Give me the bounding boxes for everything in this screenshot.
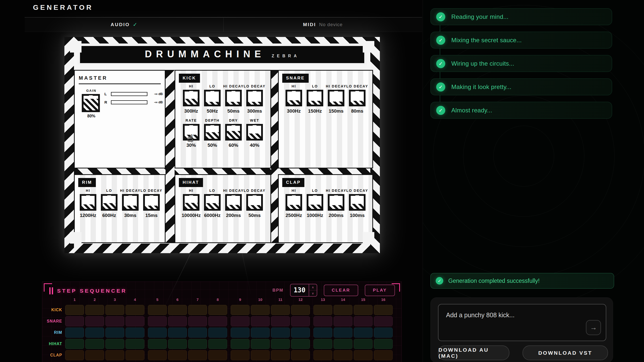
step-cell[interactable]	[251, 316, 270, 326]
step-cell[interactable]	[65, 305, 84, 315]
step-cell[interactable]	[148, 328, 167, 338]
step-cell[interactable]	[231, 305, 250, 315]
knob-control[interactable]	[204, 124, 221, 141]
step-cell[interactable]	[374, 305, 393, 315]
bpm-down-icon[interactable]: ∨	[309, 290, 317, 296]
step-cell[interactable]	[85, 328, 104, 338]
step-cell[interactable]	[188, 305, 207, 315]
knob-kick-dry[interactable]: DRY60%	[223, 118, 244, 148]
step-cell[interactable]	[334, 305, 352, 315]
download-vst-button[interactable]: DOWNLOAD VST	[522, 345, 608, 360]
step-cell[interactable]	[148, 339, 167, 349]
step-cell[interactable]	[126, 339, 144, 349]
step-cell[interactable]	[271, 339, 290, 349]
knob-control[interactable]	[225, 194, 242, 211]
knob-kick-depth[interactable]: DEPTH50%	[202, 118, 223, 148]
step-cell[interactable]	[168, 328, 187, 338]
step-cell[interactable]	[188, 339, 207, 349]
knob-control[interactable]	[307, 194, 323, 211]
step-cell[interactable]	[126, 305, 144, 315]
step-cell[interactable]	[251, 305, 270, 315]
step-cell[interactable]	[231, 339, 250, 349]
step-cell[interactable]	[313, 350, 332, 360]
gain-knob-block[interactable]: GAIN 80%	[82, 89, 101, 118]
knob-hihat-hi-decay[interactable]: HI DECAY200ms	[223, 189, 244, 218]
step-cell[interactable]	[105, 328, 124, 338]
step-cell[interactable]	[65, 316, 84, 326]
knob-control[interactable]	[225, 90, 242, 106]
knob-snare-hi-decay[interactable]: HI DECAY150ms	[326, 84, 347, 114]
step-cell[interactable]	[208, 328, 227, 338]
knob-control[interactable]	[349, 90, 366, 106]
step-cell[interactable]	[85, 305, 104, 315]
step-cell[interactable]	[168, 350, 187, 360]
step-cell[interactable]	[65, 328, 84, 338]
step-cell[interactable]	[208, 339, 227, 349]
knob-rim-hi-decay[interactable]: HI DECAY30ms	[120, 189, 141, 218]
knob-kick-hi-decay[interactable]: HI DECAY50ms	[223, 84, 244, 114]
step-cell[interactable]	[354, 305, 373, 315]
knob-control[interactable]	[246, 124, 263, 141]
knob-kick-lo-decay[interactable]: LO DECAY300ms	[244, 84, 265, 114]
knob-clap-hi-decay[interactable]: HI DECAY200ms	[326, 189, 347, 218]
knob-hihat-lo-decay[interactable]: LO DECAY50ms	[244, 189, 265, 218]
step-cell[interactable]	[188, 350, 207, 360]
step-cell[interactable]	[291, 305, 310, 315]
step-cell[interactable]	[148, 305, 167, 315]
step-cell[interactable]	[374, 328, 393, 338]
step-cell[interactable]	[334, 328, 352, 338]
step-cell[interactable]	[105, 305, 124, 315]
step-cell[interactable]	[148, 316, 167, 326]
step-cell[interactable]	[168, 339, 187, 349]
step-cell[interactable]	[313, 305, 332, 315]
step-cell[interactable]	[291, 316, 310, 326]
step-cell[interactable]	[271, 316, 290, 326]
clear-button[interactable]: CLEAR	[324, 285, 358, 296]
knob-control[interactable]	[246, 194, 263, 211]
step-cell[interactable]	[354, 316, 373, 326]
knob-control[interactable]	[101, 194, 117, 211]
knob-control[interactable]	[246, 90, 263, 106]
step-cell[interactable]	[313, 339, 332, 349]
knob-hihat-lo[interactable]: LO6000Hz	[202, 189, 223, 218]
step-cell[interactable]	[208, 316, 227, 326]
step-cell[interactable]	[105, 350, 124, 360]
step-cell[interactable]	[148, 350, 167, 360]
bpm-up-icon[interactable]: ∧	[309, 284, 317, 290]
step-cell[interactable]	[354, 350, 373, 360]
step-cell[interactable]	[313, 316, 332, 326]
step-cell[interactable]	[291, 350, 310, 360]
knob-control[interactable]	[80, 194, 96, 211]
step-cell[interactable]	[334, 350, 352, 360]
knob-control[interactable]	[183, 90, 199, 106]
step-cell[interactable]	[231, 316, 250, 326]
knob-snare-lo[interactable]: LO150Hz	[304, 84, 326, 114]
step-cell[interactable]	[168, 305, 187, 315]
step-cell[interactable]	[126, 350, 144, 360]
step-cell[interactable]	[334, 316, 352, 326]
knob-snare-hi[interactable]: HI300Hz	[283, 84, 304, 114]
step-cell[interactable]	[374, 350, 393, 360]
tab-midi[interactable]: MIDI No device	[223, 18, 422, 32]
knob-control[interactable]	[183, 194, 199, 211]
knob-rim-lo[interactable]: LO600Hz	[99, 189, 120, 218]
step-cell[interactable]	[85, 339, 104, 349]
step-cell[interactable]	[374, 316, 393, 326]
step-cell[interactable]	[65, 339, 84, 349]
step-cell[interactable]	[354, 339, 373, 349]
step-cell[interactable]	[231, 350, 250, 360]
knob-snare-lo-decay[interactable]: LO DECAY80ms	[347, 84, 368, 114]
step-cell[interactable]	[271, 328, 290, 338]
step-cell[interactable]	[354, 328, 373, 338]
tab-audio[interactable]: AUDIO ✓	[25, 18, 223, 32]
step-cell[interactable]	[188, 328, 207, 338]
step-cell[interactable]	[65, 350, 84, 360]
step-cell[interactable]	[168, 316, 187, 326]
step-cell[interactable]	[105, 339, 124, 349]
knob-hihat-hi[interactable]: HI10000Hz	[181, 189, 202, 218]
submit-prompt-button[interactable]: →	[586, 320, 601, 335]
download-au-button[interactable]: DOWNLOAD AU (MAC)	[438, 345, 509, 360]
step-cell[interactable]	[208, 350, 227, 360]
knob-clap-lo-decay[interactable]: LO DECAY100ms	[347, 189, 368, 218]
knob-clap-hi[interactable]: HI2500Hz	[283, 189, 304, 218]
